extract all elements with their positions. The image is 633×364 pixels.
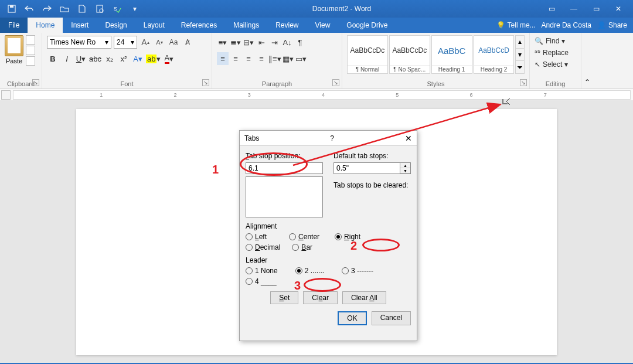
tab-stop-listbox[interactable]: [246, 176, 323, 217]
styles-gallery[interactable]: AaBbCcDc ¶ Normal AaBbCcDc ¶ No Spac... …: [347, 35, 525, 74]
spinner-down-icon[interactable]: ▼: [400, 168, 410, 174]
align-center-icon[interactable]: ≡: [230, 52, 241, 65]
user-name[interactable]: Andre Da Costa: [542, 21, 591, 29]
clipboard-dialog-launcher[interactable]: ↘: [32, 79, 39, 86]
alignment-decimal-radio[interactable]: Decimal: [246, 243, 280, 251]
leader-3-dashes-radio[interactable]: 3 -------: [342, 267, 373, 275]
collapse-ribbon-icon[interactable]: ⌃: [581, 33, 593, 89]
underline-button[interactable]: U▾: [75, 52, 87, 65]
decrease-indent-icon[interactable]: ⇤: [256, 36, 267, 49]
paste-button[interactable]: Paste: [5, 35, 23, 66]
tab-mailings[interactable]: Mailings: [225, 18, 267, 33]
qat-more-icon[interactable]: ▾: [129, 3, 141, 15]
clear-all-button[interactable]: Clear All: [342, 291, 386, 304]
font-size-combo[interactable]: 24▾: [114, 36, 137, 49]
style-heading-1[interactable]: AaBbC Heading 1: [431, 35, 472, 74]
tab-references[interactable]: References: [173, 18, 225, 33]
dialog-help-icon[interactable]: ?: [325, 134, 339, 142]
undo-icon[interactable]: [23, 3, 35, 15]
styles-group: AaBbCcDc ¶ Normal AaBbCcDc ¶ No Spac... …: [342, 33, 530, 89]
tab-stop-position-input[interactable]: 6.1: [246, 162, 323, 174]
select-button[interactable]: ↖Select ▾: [535, 59, 576, 70]
strikethrough-button[interactable]: abc: [89, 52, 101, 65]
font-dialog-launcher[interactable]: ↘: [202, 79, 209, 86]
redo-icon[interactable]: [41, 3, 53, 15]
alignment-center-radio[interactable]: Center: [289, 233, 319, 241]
dialog-titlebar[interactable]: Tabs ? ✕: [240, 131, 417, 146]
copy-icon[interactable]: [26, 46, 35, 55]
style-no-spacing[interactable]: AaBbCcDc ¶ No Spac...: [389, 35, 430, 74]
alignment-left-radio[interactable]: Left: [246, 233, 267, 241]
superscript-button[interactable]: x²: [118, 52, 130, 65]
minimize-icon[interactable]: —: [567, 2, 580, 15]
styles-more-icon[interactable]: ⏷: [516, 60, 524, 73]
highlight-color-icon[interactable]: ab▾: [146, 52, 161, 65]
tab-layout[interactable]: Layout: [135, 18, 173, 33]
cut-icon[interactable]: [26, 35, 35, 45]
leader-1-none-radio[interactable]: 1 None: [246, 267, 278, 275]
font-name-combo[interactable]: Times New Ro▾: [47, 36, 111, 49]
close-window-icon[interactable]: ✕: [612, 2, 625, 15]
shading-icon[interactable]: ▦▾: [283, 52, 294, 65]
increase-font-icon[interactable]: A▴: [139, 36, 151, 49]
borders-icon[interactable]: ▭▾: [295, 52, 307, 65]
ok-button[interactable]: OK: [338, 311, 366, 325]
font-color-icon[interactable]: A▾: [163, 52, 175, 65]
ribbon-display-options-icon[interactable]: ▭: [545, 2, 558, 15]
subscript-button[interactable]: x₂: [104, 52, 115, 65]
default-tab-stops-spinner[interactable]: 0.5" ▲▼: [333, 162, 411, 174]
text-effects-icon[interactable]: A▾: [132, 52, 144, 65]
file-tab[interactable]: File: [0, 18, 28, 33]
leader-2-dots-radio[interactable]: 2 .......: [295, 267, 324, 275]
tab-home[interactable]: Home: [28, 18, 63, 33]
spelling-icon[interactable]: S: [111, 3, 123, 15]
clear-button[interactable]: Clear: [303, 291, 338, 304]
justify-icon[interactable]: ≡: [256, 52, 267, 65]
multilevel-list-icon[interactable]: ⊟▾: [243, 36, 254, 49]
bold-button[interactable]: B: [47, 52, 59, 65]
maximize-icon[interactable]: ▭: [590, 2, 603, 15]
cancel-button[interactable]: Cancel: [372, 311, 411, 325]
sort-icon[interactable]: A↓: [281, 36, 293, 49]
replace-button[interactable]: ᵃᵇReplace: [535, 47, 576, 59]
decrease-font-icon[interactable]: A▾: [154, 36, 165, 49]
styles-scroll-up-icon[interactable]: ▴: [516, 36, 524, 48]
save-icon[interactable]: [6, 3, 18, 15]
bullets-icon[interactable]: ≡▾: [217, 36, 229, 49]
align-right-icon[interactable]: ≡: [243, 52, 254, 65]
style-heading-2[interactable]: AaBbCcD Heading 2: [474, 35, 515, 74]
paragraph-dialog-launcher[interactable]: ↘: [332, 79, 339, 86]
tab-insert[interactable]: Insert: [63, 18, 97, 33]
dialog-close-icon[interactable]: ✕: [405, 134, 412, 143]
styles-label: Styles: [342, 80, 529, 87]
line-spacing-icon[interactable]: ‖≡▾: [268, 52, 281, 65]
show-marks-icon[interactable]: ¶: [294, 36, 306, 49]
format-painter-icon[interactable]: [26, 56, 35, 66]
open-icon[interactable]: [59, 3, 70, 15]
horizontal-ruler[interactable]: 1 2 3 4 5 6 7: [13, 90, 631, 100]
tell-me-search[interactable]: 💡Tell me...: [496, 21, 536, 29]
leader-4-underline-radio[interactable]: 4 ____: [246, 277, 277, 285]
set-button[interactable]: Set: [270, 291, 298, 304]
tab-google-drive[interactable]: Google Drive: [338, 18, 396, 33]
tab-design[interactable]: Design: [97, 18, 135, 33]
styles-scroll-down-icon[interactable]: ▾: [516, 48, 524, 61]
change-case-icon[interactable]: Aa: [168, 36, 179, 49]
italic-button[interactable]: I: [61, 52, 73, 65]
tab-view[interactable]: View: [307, 18, 339, 33]
new-doc-icon[interactable]: [76, 3, 88, 15]
increase-indent-icon[interactable]: ⇥: [268, 36, 280, 49]
alignment-right-radio[interactable]: Right: [335, 233, 360, 241]
spinner-up-icon[interactable]: ▲: [400, 163, 410, 168]
numbering-icon[interactable]: ≣▾: [230, 36, 241, 49]
tab-review[interactable]: Review: [267, 18, 307, 33]
alignment-bar-radio[interactable]: Bar: [292, 243, 312, 251]
find-button[interactable]: 🔍Find ▾: [535, 35, 576, 47]
tab-selector[interactable]: [1, 90, 11, 100]
share-button[interactable]: 👤Share: [597, 21, 627, 29]
styles-dialog-launcher[interactable]: ↘: [520, 79, 527, 86]
print-preview-icon[interactable]: [94, 3, 106, 15]
align-left-icon[interactable]: ≡: [217, 52, 229, 65]
style-normal[interactable]: AaBbCcDc ¶ Normal: [347, 35, 388, 74]
clear-formatting-icon[interactable]: A̷: [182, 36, 193, 49]
